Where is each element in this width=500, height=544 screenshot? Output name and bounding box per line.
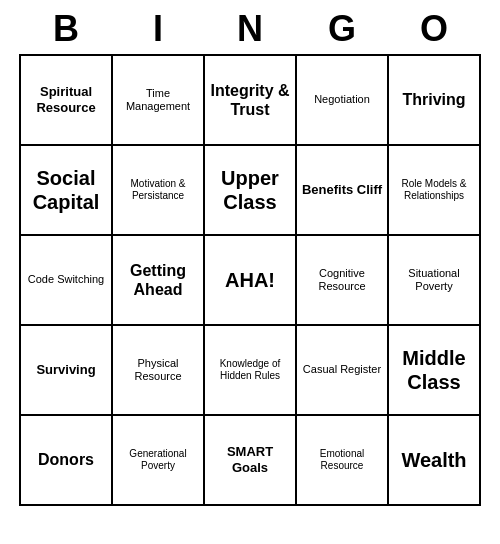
cell-text: Getting Ahead — [117, 261, 199, 299]
bingo-cell: Physical Resource — [113, 326, 205, 416]
cell-text: Cognitive Resource — [301, 267, 383, 293]
header-letter: G — [296, 8, 388, 50]
cell-text: Situational Poverty — [393, 267, 475, 293]
bingo-cell: Wealth — [389, 416, 481, 506]
cell-text: Knowledge of Hidden Rules — [209, 358, 291, 382]
cell-text: Negotiation — [314, 93, 370, 106]
bingo-cell: Generational Poverty — [113, 416, 205, 506]
cell-text: Surviving — [36, 362, 95, 378]
bingo-cell: Emotional Resource — [297, 416, 389, 506]
bingo-header: BINGO — [20, 0, 480, 54]
bingo-cell: Knowledge of Hidden Rules — [205, 326, 297, 416]
cell-text: AHA! — [225, 268, 275, 292]
cell-text: Donors — [38, 450, 94, 469]
cell-text: Casual Register — [303, 363, 381, 376]
bingo-cell: Time Management — [113, 56, 205, 146]
header-letter: I — [112, 8, 204, 50]
cell-text: Thriving — [402, 90, 465, 109]
bingo-grid: Spiritual ResourceTime ManagementIntegri… — [19, 54, 481, 506]
bingo-cell: Casual Register — [297, 326, 389, 416]
bingo-cell: Donors — [21, 416, 113, 506]
cell-text: Wealth — [401, 448, 466, 472]
bingo-cell: Situational Poverty — [389, 236, 481, 326]
bingo-cell: AHA! — [205, 236, 297, 326]
header-letter: O — [388, 8, 480, 50]
cell-text: Upper Class — [209, 166, 291, 214]
bingo-cell: Role Models & Relationships — [389, 146, 481, 236]
cell-text: Spiritual Resource — [25, 84, 107, 115]
cell-text: Integrity & Trust — [209, 81, 291, 119]
bingo-cell: Thriving — [389, 56, 481, 146]
bingo-cell: Motivation & Persistance — [113, 146, 205, 236]
cell-text: Middle Class — [393, 346, 475, 394]
bingo-cell: Integrity & Trust — [205, 56, 297, 146]
cell-text: Benefits Cliff — [302, 182, 382, 198]
cell-text: Role Models & Relationships — [393, 178, 475, 202]
cell-text: Physical Resource — [117, 357, 199, 383]
header-letter: B — [20, 8, 112, 50]
bingo-cell: SMART Goals — [205, 416, 297, 506]
bingo-cell: Getting Ahead — [113, 236, 205, 326]
cell-text: Time Management — [117, 87, 199, 113]
bingo-cell: Surviving — [21, 326, 113, 416]
cell-text: Code Switching — [28, 273, 104, 286]
bingo-cell: Upper Class — [205, 146, 297, 236]
bingo-cell: Spiritual Resource — [21, 56, 113, 146]
header-letter: N — [204, 8, 296, 50]
cell-text: Emotional Resource — [301, 448, 383, 472]
bingo-cell: Code Switching — [21, 236, 113, 326]
cell-text: SMART Goals — [209, 444, 291, 475]
bingo-cell: Benefits Cliff — [297, 146, 389, 236]
bingo-cell: Social Capital — [21, 146, 113, 236]
bingo-cell: Cognitive Resource — [297, 236, 389, 326]
cell-text: Social Capital — [25, 166, 107, 214]
bingo-cell: Negotiation — [297, 56, 389, 146]
bingo-cell: Middle Class — [389, 326, 481, 416]
cell-text: Motivation & Persistance — [117, 178, 199, 202]
cell-text: Generational Poverty — [117, 448, 199, 472]
